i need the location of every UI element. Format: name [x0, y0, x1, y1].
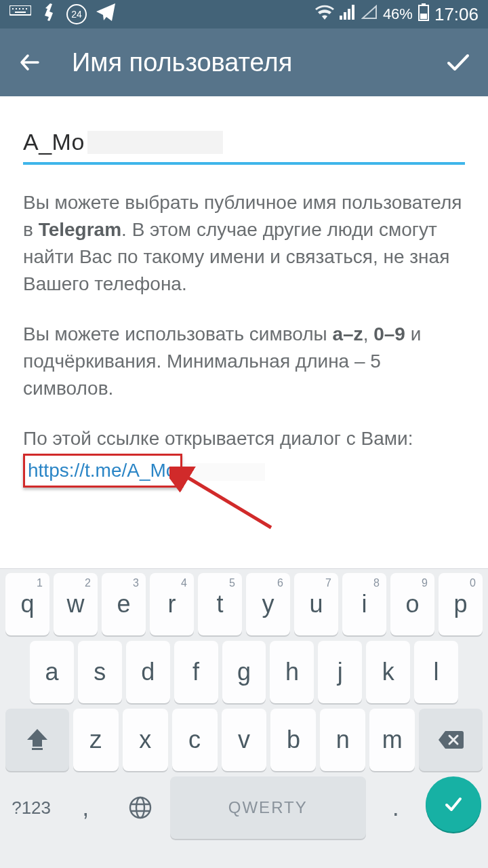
key-t[interactable]: 5t: [198, 573, 242, 635]
key-z[interactable]: z: [73, 709, 119, 771]
svg-rect-4: [22, 8, 24, 9]
svg-rect-13: [420, 14, 427, 19]
share-link-highlight: https://t.me/A_Mo: [23, 454, 182, 488]
svg-rect-15: [32, 748, 43, 750]
key-c[interactable]: c: [172, 709, 218, 771]
signal-icon: [340, 5, 356, 24]
key-f[interactable]: f: [174, 641, 218, 703]
username-value: A_Mo: [23, 129, 85, 155]
key-symbols[interactable]: ?123: [7, 776, 56, 839]
key-x[interactable]: x: [123, 709, 168, 771]
svg-point-17: [136, 797, 144, 818]
key-s[interactable]: s: [78, 641, 122, 703]
hint-2: Вы можете использовать символы a–z, 0–9 …: [23, 321, 465, 402]
key-comma[interactable]: ,: [61, 776, 110, 839]
svg-rect-7: [340, 16, 342, 20]
key-p[interactable]: 0p: [439, 573, 483, 635]
key-e[interactable]: 3e: [102, 573, 146, 635]
share-link[interactable]: https://t.me/A_Mo: [28, 460, 176, 481]
back-button[interactable]: [15, 47, 45, 77]
key-w[interactable]: 2w: [54, 573, 98, 635]
status-bar: 24 46% 17:06: [0, 0, 488, 28]
username-input[interactable]: A_Mo: [23, 129, 465, 165]
svg-rect-0: [9, 5, 31, 15]
key-backspace[interactable]: [419, 709, 483, 771]
key-a[interactable]: a: [30, 641, 74, 703]
svg-rect-6: [15, 12, 26, 13]
key-n[interactable]: n: [320, 709, 365, 771]
wifi-icon: [315, 5, 334, 24]
app-bar: Имя пользователя: [0, 28, 488, 96]
key-h[interactable]: h: [270, 641, 314, 703]
hint-1: Вы можете выбрать публичное имя пользова…: [23, 189, 465, 298]
key-period[interactable]: .: [371, 776, 420, 839]
page-title: Имя пользователя: [72, 48, 443, 77]
key-q[interactable]: 1q: [5, 573, 49, 635]
key-r[interactable]: 4r: [150, 573, 194, 635]
key-k[interactable]: k: [366, 641, 410, 703]
key-enter[interactable]: [426, 776, 481, 832]
redacted-area: [87, 131, 223, 154]
key-language[interactable]: [116, 776, 165, 839]
keyboard-input-icon: [9, 5, 31, 23]
key-d[interactable]: d: [126, 641, 170, 703]
svg-rect-3: [19, 8, 20, 9]
telegram-icon: [96, 3, 115, 25]
svg-rect-9: [348, 9, 350, 20]
redacted-area-2: [184, 463, 265, 481]
key-g[interactable]: g: [222, 641, 266, 703]
key-b[interactable]: b: [270, 709, 316, 771]
key-o[interactable]: 9o: [390, 573, 434, 635]
key-i[interactable]: 8i: [342, 573, 386, 635]
svg-rect-8: [344, 12, 346, 20]
battery-icon: [418, 3, 429, 25]
svg-point-16: [130, 797, 150, 818]
key-space[interactable]: QWERTY: [170, 776, 366, 839]
svg-rect-1: [12, 8, 14, 9]
key-v[interactable]: v: [222, 709, 267, 771]
svg-rect-10: [352, 5, 354, 20]
content: A_Mo Вы можете выбрать публичное имя пол…: [0, 96, 488, 568]
battery-pct: 46%: [383, 5, 413, 23]
key-m[interactable]: m: [369, 709, 415, 771]
key-u[interactable]: 7u: [294, 573, 338, 635]
svg-rect-2: [16, 8, 17, 9]
notification-badge: 24: [66, 4, 87, 24]
key-shift[interactable]: [5, 709, 69, 771]
key-j[interactable]: j: [318, 641, 362, 703]
hint-3: По этой ссылке открывается диалог с Вами…: [23, 425, 465, 488]
clock: 17:06: [434, 4, 479, 25]
key-l[interactable]: l: [414, 641, 458, 703]
svg-rect-5: [26, 8, 27, 9]
no-sim-icon: [361, 5, 378, 24]
soft-keyboard: 1q2w3e4r5t6y7u8i9o0p asdfghjkl zxcvbnm ?…: [0, 568, 488, 868]
key-y[interactable]: 6y: [246, 573, 290, 635]
confirm-button[interactable]: [443, 47, 473, 77]
cleaner-icon: [41, 3, 57, 25]
